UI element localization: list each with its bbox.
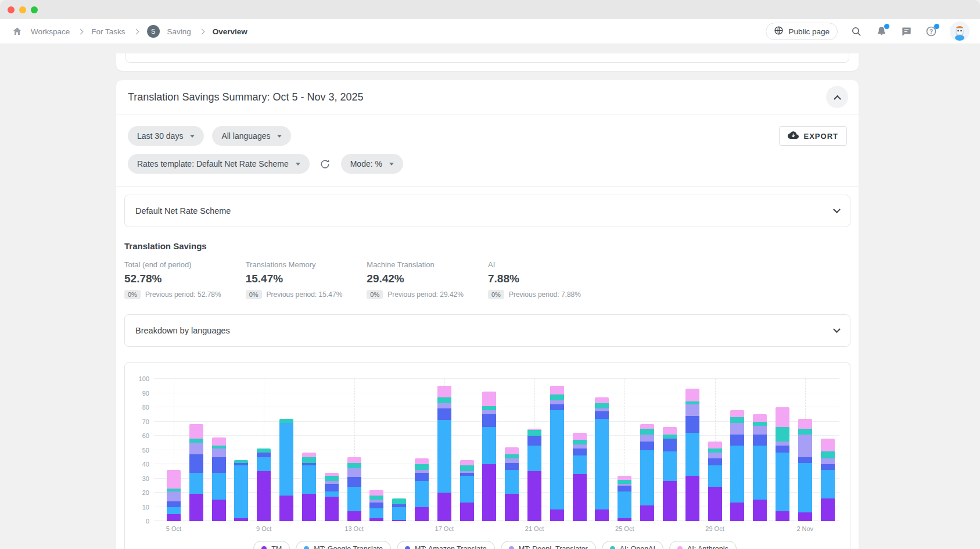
- y-axis-tick-label: 70: [132, 418, 149, 425]
- chevron-right-icon: [78, 28, 84, 34]
- stat-previous: Previous period: 29.42%: [387, 290, 464, 299]
- breadcrumb-current-page: Overview: [213, 27, 247, 36]
- bar-segment: [821, 458, 835, 464]
- bar-segment: [325, 491, 339, 497]
- bar-stack: [325, 473, 339, 521]
- bar-segment: [663, 481, 677, 521]
- close-window-button[interactable]: [8, 6, 15, 13]
- bar-segment: [437, 408, 451, 420]
- chat-icon[interactable]: [900, 25, 913, 38]
- breadcrumb-team[interactable]: Saving: [167, 27, 191, 36]
- bar-segment: [550, 410, 564, 510]
- rate-scheme-panel[interactable]: Default Net Rate Scheme: [124, 195, 850, 227]
- bar-segment: [573, 448, 587, 455]
- bar-26-oct: [640, 379, 654, 521]
- stat-change-badge: 0%: [246, 290, 262, 299]
- refresh-icon[interactable]: [318, 156, 333, 171]
- bar-14-oct: [369, 379, 383, 521]
- bar-segment: [685, 404, 699, 416]
- bar-segment: [167, 501, 181, 507]
- bar-segment: [685, 433, 699, 476]
- stat-translation-memory: Translations Memory 15.47% 0%Previous pe…: [246, 260, 343, 299]
- bar-segment: [730, 410, 744, 417]
- legend-item[interactable]: MT: Google Translate: [296, 541, 391, 549]
- bar-segment: [708, 448, 722, 453]
- bar-stack: [730, 410, 744, 521]
- bar-segment: [663, 427, 677, 434]
- legend-item[interactable]: AI: Anthropic: [669, 541, 737, 549]
- bar-15-oct: [392, 379, 406, 521]
- zoom-window-button[interactable]: [31, 6, 38, 13]
- breadcrumb-project[interactable]: For Tasks: [91, 27, 125, 36]
- languages-filter[interactable]: All languages: [212, 126, 291, 146]
- bar-segment: [550, 386, 564, 394]
- bar-segment: [347, 463, 361, 469]
- y-axis-tick-label: 90: [132, 390, 149, 397]
- collapse-card-button[interactable]: [826, 86, 848, 108]
- legend-item[interactable]: AI: OpenAI: [602, 541, 663, 549]
- rates-template-filter[interactable]: Rates template: Default Net Rate Scheme: [128, 154, 310, 174]
- bar-stack: [798, 419, 812, 521]
- bar-segment: [595, 411, 609, 418]
- svg-text:?: ?: [929, 28, 933, 35]
- bar-segment: [776, 407, 789, 427]
- stat-value: 7.88%: [488, 272, 581, 285]
- bar-segment: [505, 463, 519, 470]
- bar-segment: [573, 474, 587, 521]
- bar-segment: [753, 426, 767, 435]
- bar-segment: [573, 444, 587, 448]
- stat-change-badge: 0%: [488, 290, 504, 299]
- bar-segment: [415, 464, 429, 470]
- bar-segment: [460, 465, 474, 471]
- legend-item[interactable]: MT: DeepL Translator: [501, 541, 596, 549]
- bar-segment: [753, 422, 767, 426]
- bar-22-oct: [550, 379, 564, 521]
- notifications-bell-icon[interactable]: [875, 25, 888, 38]
- help-icon[interactable]: ?: [925, 25, 938, 38]
- bar-stack: [685, 389, 699, 521]
- bar-segment: [325, 476, 339, 482]
- bar-segment: [730, 503, 744, 521]
- bar-stack: [776, 407, 789, 521]
- bar-segment: [798, 419, 812, 429]
- bar-segment: [482, 406, 496, 410]
- home-icon[interactable]: [10, 25, 23, 38]
- minimize-window-button[interactable]: [19, 6, 26, 13]
- bar-21-oct: 21 Oct: [527, 379, 541, 521]
- bar-segment: [685, 476, 699, 521]
- mode-filter[interactable]: Mode: %: [341, 154, 403, 174]
- rate-scheme-panel-label: Default Net Rate Scheme: [135, 206, 231, 216]
- bar-stack: [460, 460, 474, 521]
- stat-label: AI: [488, 260, 581, 269]
- bar-23-oct: [573, 379, 587, 521]
- chevron-down-icon: [296, 163, 300, 166]
- chevron-right-icon: [199, 28, 204, 34]
- bar-segment: [257, 471, 271, 521]
- bar-chart-plot: 01020304050607080901005 Oct9 Oct13 Oct17…: [154, 379, 839, 521]
- rates-template-label: Rates template: Default Net Rate Scheme: [137, 159, 289, 168]
- legend-item[interactable]: TM: [253, 541, 290, 549]
- public-page-button[interactable]: Public page: [766, 23, 838, 40]
- chevron-up-icon: [834, 95, 841, 102]
- bar-segment: [325, 484, 339, 491]
- breadcrumb: Workspace For Tasks S Saving Overview: [10, 25, 247, 38]
- bar-segment: [279, 419, 293, 423]
- date-range-filter[interactable]: Last 30 days: [128, 126, 204, 146]
- legend-dot: [677, 546, 683, 549]
- bar-7-oct: [212, 379, 226, 521]
- breakdown-languages-panel[interactable]: Breakdown by languages: [124, 314, 850, 347]
- filters-section: Last 30 days All languages EXPORT: [116, 114, 859, 186]
- breadcrumb-workspace[interactable]: Workspace: [31, 27, 70, 36]
- bar-segment: [798, 512, 812, 521]
- bar-segment: [167, 514, 181, 521]
- divider: [116, 186, 859, 187]
- bar-segment: [505, 470, 519, 494]
- export-button[interactable]: EXPORT: [779, 126, 847, 146]
- search-icon[interactable]: [850, 25, 863, 38]
- bar-segment: [821, 464, 835, 470]
- bar-segment: [212, 473, 226, 500]
- section-title: Translation Savings: [124, 241, 850, 251]
- user-avatar[interactable]: [950, 21, 970, 41]
- legend-item[interactable]: MT: Amazon Translate: [397, 541, 495, 549]
- previous-card-bottom: [116, 53, 859, 71]
